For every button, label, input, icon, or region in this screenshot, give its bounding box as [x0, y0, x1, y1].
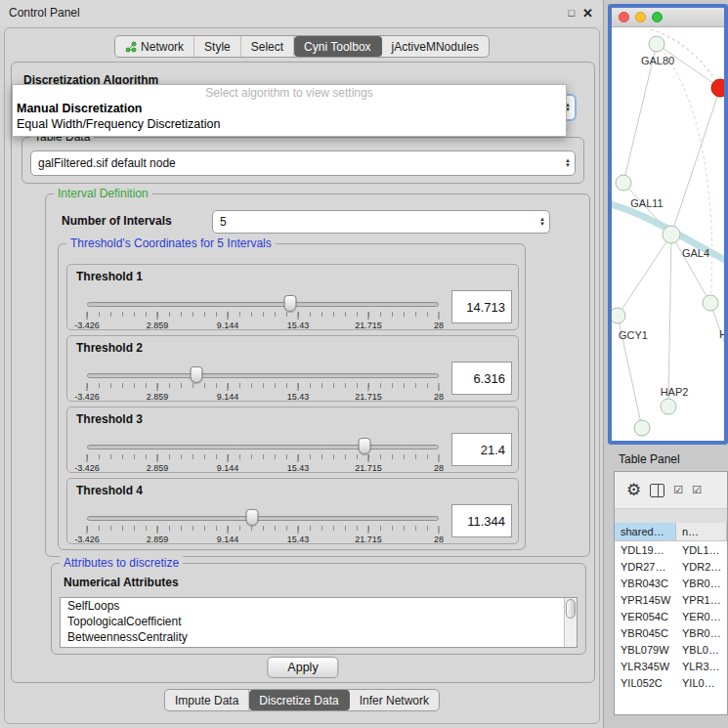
mac-close-button[interactable]	[619, 12, 629, 22]
cell-name: YDL1…	[676, 541, 727, 558]
interval-definition-group: Interval Definition Number of Intervals …	[45, 193, 590, 557]
threshold-1-slider[interactable]: -3.426 2.859 9.144 15.43 21.715 28	[87, 298, 439, 329]
window-controls: □ ✕	[568, 0, 593, 25]
checkbox-icon[interactable]: ☑	[673, 484, 683, 496]
threshold-4-value[interactable]: 11.344	[451, 504, 512, 537]
tab-network[interactable]: Network	[115, 36, 194, 57]
list-item[interactable]: SelfLoops	[61, 598, 577, 614]
slider-handle[interactable]	[283, 295, 296, 312]
table-data-value: galFiltered.sif default node	[31, 156, 176, 170]
numerical-attributes-list[interactable]: SelfLoops TopologicalCoefficient Between…	[60, 597, 578, 648]
combo-spinner-icon: ▲▼	[539, 217, 545, 227]
slider-handle[interactable]	[359, 438, 371, 454]
node-label: GCY1	[619, 329, 648, 341]
table-row[interactable]: YDL19…YDL1…	[615, 541, 727, 558]
slider-handle[interactable]	[246, 509, 259, 526]
network-graph[interactable]: GAL80 GAL11 GAL4 GCY1 HAP2 H	[612, 27, 724, 441]
threshold-4-slider[interactable]: -3.426 2.859 9.144 15.43 21.715 28	[87, 512, 439, 543]
table-data-group: Table Data galFiltered.sif default node …	[21, 137, 584, 184]
table-row[interactable]: YDR27…YDR2…	[615, 558, 727, 575]
slider-tick-marks	[87, 383, 439, 388]
threshold-3-slider[interactable]: -3.426 2.859 9.144 15.43 21.715 28	[87, 441, 439, 472]
table-row[interactable]: YBR043CYBR0…	[615, 575, 727, 591]
dropdown-option-manual-discretization[interactable]: Manual Discretization	[13, 101, 566, 116]
network-titlebar[interactable]	[612, 8, 724, 27]
edge-dashed	[657, 44, 712, 303]
node[interactable]	[703, 295, 718, 311]
list-scrollbar[interactable]	[564, 598, 577, 647]
cell-name: YLR3…	[676, 658, 727, 674]
threshold-label: Threshold 4	[76, 484, 143, 497]
threshold-4-panel: Threshold 4 -3.426 2.859 9.144 15.43 21.…	[66, 478, 519, 544]
slider-handle[interactable]	[190, 366, 202, 383]
table-row[interactable]: YPR145WYPR1…	[615, 591, 727, 608]
slider-track[interactable]	[87, 302, 439, 307]
scale-label: 2.859	[147, 463, 169, 473]
scale-label: 9.144	[217, 392, 239, 402]
dropdown-option-equal-width-frequency[interactable]: Equal Width/Frequency Discretization	[13, 116, 566, 132]
table-row[interactable]: YLR345WYLR3…	[615, 658, 727, 674]
float-window-icon[interactable]: □	[568, 7, 575, 19]
table-data-combo[interactable]: galFiltered.sif default node ▲▼	[30, 150, 576, 176]
tab-impute-data[interactable]: Impute Data	[165, 690, 249, 710]
cell-name: YDR2…	[676, 558, 727, 575]
threshold-1-value[interactable]: 14.713	[451, 290, 512, 323]
tab-cyni-toolbox[interactable]: Cyni Toolbox	[294, 36, 381, 57]
threshold-2-slider[interactable]: -3.426 2.859 9.144 15.43 21.715 28	[87, 369, 439, 401]
mac-zoom-button[interactable]	[652, 12, 663, 22]
tab-style[interactable]: Style	[194, 36, 241, 57]
control-panel-titlebar[interactable]: Control Panel □ ✕	[0, 0, 603, 25]
tab-label: jActiveMNodules	[392, 40, 479, 54]
cell-shared-name: YER054C	[615, 608, 676, 624]
threshold-label: Threshold 2	[76, 341, 143, 355]
scrollbar-thumb[interactable]	[566, 599, 576, 619]
slider-track[interactable]	[87, 516, 439, 521]
cell-shared-name: YPR145W	[615, 591, 676, 608]
scale-label: 21.715	[355, 392, 382, 402]
list-item[interactable]: TopologicalCoefficient	[61, 614, 577, 629]
tab-infer-network[interactable]: Infer Network	[350, 690, 439, 710]
scale-label: 21.715	[355, 321, 382, 330]
tab-discretize-data[interactable]: Discretize Data	[249, 690, 349, 710]
tab-jactivemnodules[interactable]: jActiveMNodules	[382, 36, 489, 57]
scale-label: 2.859	[147, 535, 169, 544]
node[interactable]	[661, 399, 676, 414]
scale-label: 2.859	[147, 392, 169, 402]
node[interactable]	[612, 308, 625, 323]
node[interactable]	[616, 175, 631, 191]
gear-icon[interactable]: ⚙	[626, 482, 641, 498]
table-row[interactable]: YBR045CYBR0…	[615, 624, 727, 641]
column-header-shared-name[interactable]: shared…	[615, 523, 676, 540]
number-of-intervals-combo[interactable]: 5 ▲▼	[212, 210, 550, 234]
tab-label: Infer Network	[360, 694, 429, 707]
selected-red-node[interactable]	[711, 79, 724, 97]
cell-name: YBR0…	[676, 575, 727, 591]
cell-name: YIL0…	[676, 674, 727, 691]
slider-track[interactable]	[87, 373, 439, 378]
nodes[interactable]	[612, 36, 718, 436]
table-row[interactable]: YBL079WYBL0…	[615, 641, 727, 658]
cell-name: YER0…	[676, 608, 727, 624]
node[interactable]	[634, 420, 650, 436]
column-header-name[interactable]: n…	[676, 523, 727, 540]
mac-minimize-button[interactable]	[635, 12, 646, 22]
cell-shared-name: YBR043C	[615, 575, 676, 591]
checkbox-icon[interactable]: ☑	[692, 484, 702, 496]
list-item[interactable]: BetweennessCentrality	[61, 629, 577, 645]
table-row[interactable]: YIL052CYIL0…	[615, 674, 727, 691]
table-row[interactable]: YER054CYER0…	[615, 608, 727, 624]
threshold-3-value[interactable]: 21.4	[451, 433, 512, 466]
table-panel-window: ⚙ ☑ ☑ shared… n… YDL19…YDL1… YDR27…YDR2……	[614, 471, 728, 715]
thresholds-group: Threshold's Coordinates for 5 Intervals …	[58, 243, 526, 550]
node[interactable]	[663, 226, 680, 243]
tab-select[interactable]: Select	[241, 36, 294, 57]
apply-button[interactable]: Apply	[267, 657, 338, 678]
close-window-icon[interactable]: ✕	[582, 6, 593, 21]
node-label: GAL80	[641, 55, 674, 66]
threshold-2-value[interactable]: 6.316	[451, 362, 512, 395]
columns-icon[interactable]	[650, 484, 664, 497]
thresholds-legend: Threshold's Coordinates for 5 Intervals	[66, 236, 276, 250]
node[interactable]	[649, 36, 664, 52]
slider-track[interactable]	[87, 445, 439, 450]
scale-label: 28	[434, 535, 444, 544]
